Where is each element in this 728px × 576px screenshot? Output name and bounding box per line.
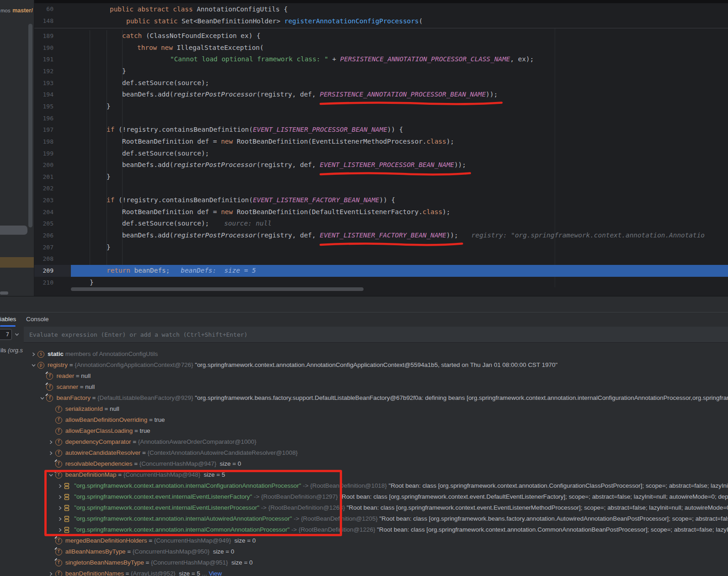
variable-row-allBeanNamesByType[interactable]: fallBeanNamesByType = {ConcurrentHashMap… bbox=[24, 546, 728, 557]
line-number[interactable]: 199 bbox=[34, 148, 54, 160]
code-line[interactable] bbox=[71, 253, 728, 265]
line-number[interactable]: 201 bbox=[34, 171, 54, 183]
code-line[interactable]: def.setSource(source); bbox=[71, 148, 728, 160]
variable-row-map-entry[interactable]: "org.springframework.context.annotation.… bbox=[24, 480, 728, 491]
code-line[interactable]: def.setSource(source);source: null bbox=[71, 218, 728, 230]
code-line[interactable]: beanDefs.add(registerPostProcessor(regis… bbox=[71, 89, 728, 101]
field-icon: f bbox=[55, 439, 62, 446]
line-number[interactable]: 198 bbox=[34, 136, 54, 148]
variable-row-map-entry[interactable]: "org.springframework.context.event.inter… bbox=[24, 491, 728, 502]
variable-row-singletonBeanNamesByType[interactable]: fsingletonBeanNamesByType = {ConcurrentH… bbox=[24, 557, 728, 568]
line-number[interactable]: 195 bbox=[34, 101, 54, 113]
code-line[interactable]: catch (ClassNotFoundException ex) { bbox=[71, 30, 728, 42]
active-tab-indicator bbox=[0, 325, 16, 327]
variable-row-allowEagerClassLoading[interactable]: fallowEagerClassLoading = true bbox=[24, 425, 728, 436]
field-icon: f bbox=[55, 417, 62, 424]
code-line[interactable]: throw new IllegalStateException( bbox=[71, 42, 728, 54]
variable-row-serializationId[interactable]: fserializationId = null bbox=[24, 404, 728, 415]
chevron-right-icon[interactable] bbox=[56, 494, 64, 501]
line-number[interactable]: 189 bbox=[34, 30, 54, 42]
view-link[interactable]: View bbox=[209, 570, 222, 576]
chevron-right-icon[interactable] bbox=[29, 351, 37, 358]
line-number[interactable]: 210 bbox=[34, 277, 54, 289]
chevron-right-icon[interactable] bbox=[47, 571, 55, 576]
variables-tree: sstatic members of AnnotationConfigUtils… bbox=[24, 343, 728, 576]
line-number[interactable]: 208 bbox=[34, 253, 54, 265]
variable-row-autowireCandidateResolver[interactable]: fautowireCandidateResolver = {ContextAnn… bbox=[24, 447, 728, 458]
variable-row-map-entry[interactable]: "org.springframework.context.annotation.… bbox=[24, 524, 728, 535]
variable-row-registry[interactable]: pregistry = {AnnotationConfigApplication… bbox=[24, 360, 728, 371]
chevron-right-icon[interactable] bbox=[56, 516, 64, 522]
project-scrollbar[interactable] bbox=[28, 24, 32, 227]
code-line[interactable] bbox=[71, 183, 728, 194]
line-number[interactable]: 200 bbox=[34, 159, 54, 171]
variable-row-beanDefinitionNames[interactable]: fbeanDefinitionNames = {ArrayList@952} s… bbox=[24, 568, 728, 576]
chevron-right-icon[interactable] bbox=[47, 450, 55, 457]
variable-row-allowBeanDefinitionOverriding[interactable]: fallowBeanDefinitionOverriding = true bbox=[24, 415, 728, 425]
line-number[interactable]: 209 bbox=[34, 265, 54, 277]
variable-row-map-entry[interactable]: "org.springframework.context.annotation.… bbox=[24, 513, 728, 524]
sticky-code-line[interactable]: public static Set<BeanDefinitionHolder> … bbox=[71, 15, 728, 27]
tab-variables-clipped[interactable]: iables bbox=[0, 312, 16, 327]
variable-row-resolvableDependencies[interactable]: fresolvableDependencies = {ConcurrentHas… bbox=[24, 458, 728, 469]
editor-hscrollbar-thumb[interactable] bbox=[71, 287, 364, 291]
chevron-right-icon[interactable] bbox=[56, 527, 64, 533]
ide-window: { "project_panel": { "prefix_text": "mos… bbox=[0, 0, 728, 576]
variable-row-reader[interactable]: freader = null bbox=[24, 371, 728, 382]
chevron-down-icon[interactable] bbox=[29, 362, 37, 369]
code-line[interactable]: RootBeanDefinition def = new RootBeanDef… bbox=[71, 136, 728, 148]
line-number[interactable]: 202 bbox=[34, 183, 54, 194]
chevron-down-icon[interactable] bbox=[47, 472, 55, 479]
variable-row-map-entry[interactable]: "org.springframework.context.event.inter… bbox=[24, 502, 728, 513]
code-line[interactable]: } bbox=[71, 277, 728, 289]
chevron-down-icon[interactable] bbox=[38, 395, 46, 402]
code-line[interactable]: def.setSource(source); bbox=[71, 77, 728, 89]
final-field-icon: f bbox=[55, 461, 62, 468]
chevron-down-icon[interactable] bbox=[14, 331, 20, 339]
code-editor[interactable]: 1891901911921931941951961971981992002012… bbox=[34, 0, 728, 296]
stack-frame-item-clipped[interactable]: ils (org.s bbox=[0, 347, 23, 354]
evaluate-expression-bar bbox=[24, 327, 728, 343]
variable-row-static-members[interactable]: sstatic members of AnnotationConfigUtils bbox=[24, 349, 728, 360]
variable-row-dependencyComparator[interactable]: fdependencyComparator = {AnnotationAware… bbox=[24, 436, 728, 447]
code-line[interactable]: beanDefs.add(registerPostProcessor(regis… bbox=[71, 230, 728, 242]
thread-selector-clipped[interactable]: 7 bbox=[0, 329, 12, 340]
chevron-right-icon[interactable] bbox=[56, 483, 64, 490]
project-hscrollbar[interactable] bbox=[0, 291, 8, 295]
code-line[interactable]: beanDefs.add(registerPostProcessor(regis… bbox=[71, 159, 728, 171]
git-branch-label[interactable]: master/ bbox=[12, 7, 32, 14]
variable-row-scanner[interactable]: fscanner = null bbox=[24, 382, 728, 393]
line-number[interactable]: 190 bbox=[34, 42, 54, 54]
line-number[interactable]: 205 bbox=[34, 218, 54, 230]
variable-row-beanFactory[interactable]: fbeanFactory = {DefaultListableBeanFacto… bbox=[24, 393, 728, 404]
evaluate-expression-input[interactable] bbox=[24, 327, 693, 342]
chevron-right-icon[interactable] bbox=[47, 439, 55, 446]
project-tree-selected-item[interactable] bbox=[0, 257, 34, 268]
sticky-code-line[interactable]: public abstract class AnnotationConfigUt… bbox=[71, 3, 728, 15]
code-line[interactable]: RootBeanDefinition def = new RootBeanDef… bbox=[71, 206, 728, 218]
code-line[interactable]: return beanDefs;beanDefs: size = 5 bbox=[71, 265, 728, 277]
variable-row-beanDefinitionMap[interactable]: fbeanDefinitionMap = {ConcurrentHashMap@… bbox=[24, 469, 728, 480]
line-number[interactable]: 203 bbox=[34, 194, 54, 206]
variable-row-mergedBeanDefinitionHolders[interactable]: fmergedBeanDefinitionHolders = {Concurre… bbox=[24, 535, 728, 546]
line-number[interactable]: 206 bbox=[34, 230, 54, 242]
line-number[interactable]: 196 bbox=[34, 113, 54, 124]
line-number[interactable]: 193 bbox=[34, 77, 54, 89]
line-number[interactable]: 60 bbox=[34, 3, 54, 15]
code-line[interactable]: if (!registry.containsBeanDefinition(EVE… bbox=[71, 194, 728, 206]
line-number[interactable]: 197 bbox=[34, 124, 54, 136]
line-number[interactable]: 148 bbox=[34, 15, 54, 27]
line-number[interactable]: 194 bbox=[34, 89, 54, 101]
tab-console[interactable]: Console bbox=[26, 312, 49, 327]
line-number[interactable]: 191 bbox=[34, 54, 54, 65]
map-entry-icon bbox=[64, 527, 71, 533]
code-line[interactable]: "Cannot load optional framework class: "… bbox=[71, 54, 728, 65]
code-line[interactable]: } bbox=[71, 65, 728, 77]
line-number[interactable]: 204 bbox=[34, 206, 54, 218]
line-number[interactable]: 207 bbox=[34, 242, 54, 253]
chevron-right-icon[interactable] bbox=[56, 505, 64, 511]
line-number[interactable]: 192 bbox=[34, 65, 54, 77]
code-line[interactable]: if (!registry.containsBeanDefinition(EVE… bbox=[71, 124, 728, 136]
project-tree-item-clipped[interactable] bbox=[0, 226, 27, 235]
code-line[interactable] bbox=[71, 113, 728, 124]
